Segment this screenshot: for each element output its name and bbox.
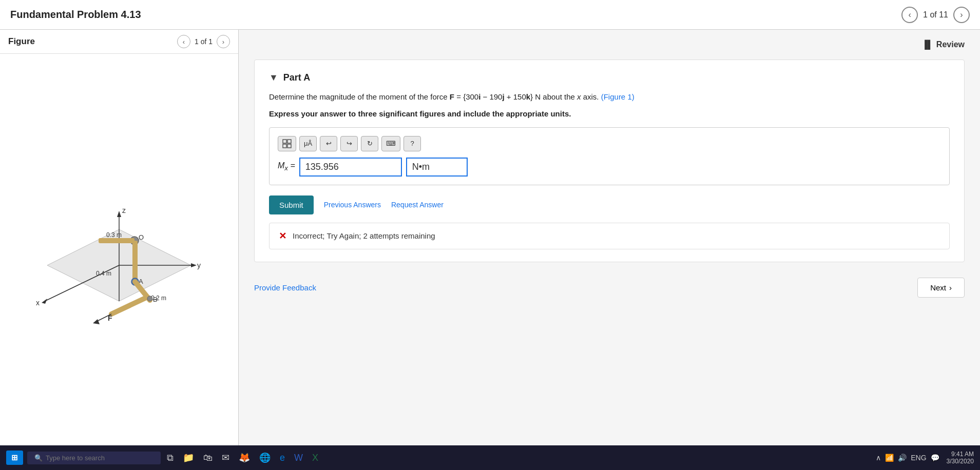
pause-icon: ▐▌ bbox=[921, 40, 933, 49]
bottom-area: Provide Feedback Next › bbox=[254, 278, 965, 298]
start-button[interactable]: ⊞ bbox=[6, 451, 23, 465]
taskbar-time: 9:41 AM 3/30/2020 bbox=[947, 451, 974, 465]
math-toolbar: μÂ ↩ ↪ ↻ ⌨ ? bbox=[278, 136, 941, 151]
answer-row: Mx = bbox=[278, 158, 941, 177]
windows-icon: ⊞ bbox=[11, 453, 18, 462]
svg-rect-14 bbox=[132, 241, 138, 282]
answer-value-input[interactable] bbox=[299, 158, 402, 177]
speakers-icon: 🔊 bbox=[898, 454, 907, 462]
network-icon: 📶 bbox=[885, 454, 894, 462]
search-icon: 🔍 bbox=[34, 454, 43, 462]
svg-text:z: z bbox=[122, 206, 126, 214]
left-panel: Figure ‹ 1 of 1 › z y bbox=[0, 30, 239, 445]
svg-marker-8 bbox=[42, 299, 47, 304]
answer-units-input[interactable] bbox=[406, 158, 468, 177]
right-panel: ▐▌ Review ▼ Part A Determine the magnitu… bbox=[239, 30, 980, 445]
svg-text:O: O bbox=[139, 233, 144, 241]
submit-row: Submit Previous Answers Request Answer bbox=[269, 195, 950, 214]
error-box: ✕ Incorrect; Try Again; 2 attempts remai… bbox=[269, 223, 950, 249]
next-chevron-icon: › bbox=[949, 283, 952, 292]
taskview-icon[interactable]: ⧉ bbox=[165, 451, 176, 465]
svg-marker-2 bbox=[117, 211, 121, 217]
page-title: Fundamental Problem 4.13 bbox=[10, 9, 141, 21]
taskbar-right: ∧ 📶 🔊 ENG 💬 9:41 AM 3/30/2020 bbox=[876, 451, 974, 465]
matrix-icon bbox=[282, 139, 292, 148]
svg-text:B: B bbox=[153, 296, 158, 303]
figure-diagram: z y x O 0.3 m A bbox=[16, 163, 222, 337]
top-bar: Fundamental Problem 4.13 ‹ 1 of 11 › bbox=[0, 0, 980, 30]
express-text: Express your answer to three significant… bbox=[269, 109, 950, 118]
svg-marker-5 bbox=[191, 263, 197, 267]
part-header: ▼ Part A bbox=[269, 72, 950, 83]
svg-text:y: y bbox=[197, 261, 201, 269]
svg-rect-27 bbox=[287, 140, 291, 143]
file-explorer-icon[interactable]: 📁 bbox=[181, 450, 196, 465]
figure-prev-button[interactable]: ‹ bbox=[177, 35, 190, 48]
language-label: ENG bbox=[911, 454, 926, 462]
keyboard-button[interactable]: ⌨ bbox=[381, 136, 400, 151]
format-button[interactable]: μÂ bbox=[299, 136, 317, 151]
provide-feedback-link[interactable]: Provide Feedback bbox=[254, 283, 316, 292]
part-a-card: ▼ Part A Determine the magnitude of the … bbox=[254, 60, 965, 262]
next-problem-button[interactable]: › bbox=[953, 7, 970, 23]
error-icon: ✕ bbox=[279, 230, 286, 242]
part-label: Part A bbox=[283, 72, 310, 83]
svg-marker-25 bbox=[93, 319, 100, 324]
taskbar: ⊞ 🔍 ⧉ 📁 🛍 ✉ 🦊 🌐 e W X ∧ 📶 🔊 ENG 💬 9:41 A… bbox=[0, 445, 980, 470]
taskbar-app-icons: ⧉ 📁 🛍 ✉ 🦊 🌐 e W X bbox=[165, 450, 320, 465]
figure-nav: ‹ 1 of 1 › bbox=[177, 35, 230, 48]
mail-icon[interactable]: ✉ bbox=[220, 450, 232, 465]
next-button[interactable]: Next › bbox=[917, 278, 965, 298]
answer-box: μÂ ↩ ↪ ↻ ⌨ ? Mx = bbox=[269, 127, 950, 185]
figure-link[interactable]: (Figure 1) bbox=[601, 92, 635, 101]
svg-text:0.4 m: 0.4 m bbox=[96, 270, 111, 277]
edge-icon[interactable]: e bbox=[278, 451, 287, 465]
refresh-button[interactable]: ↻ bbox=[361, 136, 378, 151]
help-button[interactable]: ? bbox=[403, 136, 421, 151]
svg-rect-29 bbox=[287, 144, 291, 148]
part-collapse-button[interactable]: ▼ bbox=[269, 72, 278, 83]
prev-problem-button[interactable]: ‹ bbox=[901, 7, 918, 23]
review-button[interactable]: ▐▌ Review bbox=[921, 40, 965, 49]
request-answer-link[interactable]: Request Answer bbox=[391, 201, 444, 209]
matrix-button[interactable] bbox=[278, 136, 296, 151]
svg-text:x: x bbox=[36, 299, 40, 307]
previous-answers-link[interactable]: Previous Answers bbox=[324, 201, 381, 209]
store-icon[interactable]: 🛍 bbox=[201, 451, 215, 465]
chevron-up-icon: ∧ bbox=[876, 454, 881, 462]
word-icon[interactable]: W bbox=[292, 451, 305, 465]
taskbar-search-input[interactable] bbox=[46, 454, 153, 462]
main-layout: Figure ‹ 1 of 1 › z y bbox=[0, 30, 980, 445]
notification-icon: 💬 bbox=[931, 454, 939, 462]
svg-rect-26 bbox=[283, 140, 286, 143]
firefox-icon[interactable]: 🦊 bbox=[237, 450, 252, 465]
figure-title: Figure bbox=[8, 36, 35, 47]
svg-text:0.3 m: 0.3 m bbox=[106, 231, 122, 239]
chrome-icon[interactable]: 🌐 bbox=[257, 450, 273, 465]
svg-rect-28 bbox=[283, 144, 286, 148]
figure-header: Figure ‹ 1 of 1 › bbox=[0, 30, 238, 54]
answer-label: Mx = bbox=[278, 161, 295, 172]
problem-count: 1 of 11 bbox=[923, 10, 948, 19]
figure-count: 1 of 1 bbox=[195, 37, 213, 46]
top-nav: ‹ 1 of 11 › bbox=[901, 7, 970, 23]
figure-next-button[interactable]: › bbox=[217, 35, 230, 48]
undo-button[interactable]: ↩ bbox=[320, 136, 337, 151]
taskbar-left: ⊞ 🔍 ⧉ 📁 🛍 ✉ 🦊 🌐 e W X bbox=[6, 450, 320, 465]
submit-button[interactable]: Submit bbox=[269, 195, 314, 214]
review-btn-area: ▐▌ Review bbox=[254, 40, 965, 49]
svg-rect-12 bbox=[99, 238, 134, 243]
taskbar-search-area: 🔍 bbox=[27, 452, 161, 464]
excel-icon[interactable]: X bbox=[310, 451, 320, 465]
taskbar-sys-icons: ∧ 📶 🔊 ENG 💬 bbox=[876, 454, 939, 462]
problem-text: Determine the magnitude of the moment of… bbox=[269, 91, 950, 103]
svg-point-21 bbox=[147, 296, 152, 301]
figure-image-area: z y x O 0.3 m A bbox=[0, 54, 238, 445]
redo-button[interactable]: ↪ bbox=[340, 136, 358, 151]
error-message: Incorrect; Try Again; 2 attempts remaini… bbox=[293, 231, 435, 240]
